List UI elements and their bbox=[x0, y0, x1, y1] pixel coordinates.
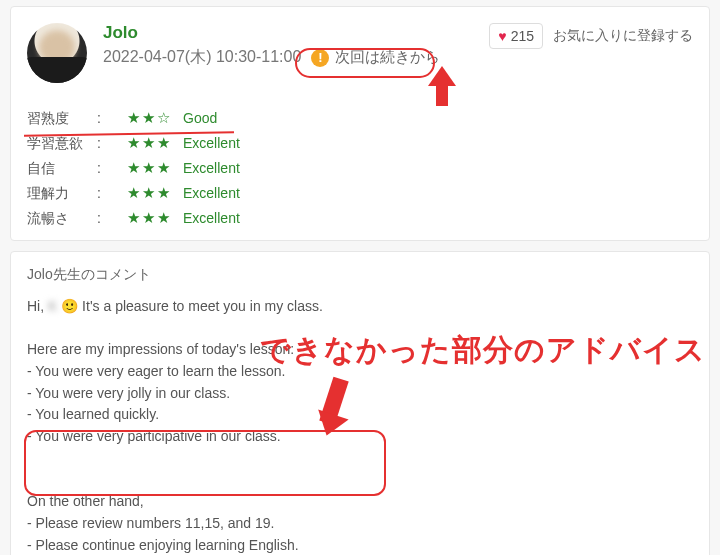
continue-label: 次回は続きから bbox=[335, 48, 440, 67]
exclamation-icon: ! bbox=[311, 49, 329, 67]
rating-row: 習熟度 : ★★☆ Good bbox=[27, 105, 693, 130]
rating-label: 理解力 bbox=[27, 186, 97, 200]
favorite-register-link[interactable]: お気に入りに登録する bbox=[553, 27, 693, 45]
text: Hi, bbox=[27, 298, 48, 314]
rating-colon: : bbox=[97, 111, 127, 125]
impression-line: - You were very participative in our cla… bbox=[27, 426, 693, 448]
star-icon: ★★★ bbox=[127, 185, 183, 200]
rating-text: Excellent bbox=[183, 186, 240, 200]
rating-row: 自信 : ★★★ Excellent bbox=[27, 155, 693, 180]
otherhand-line: - Please continue enjoying learning Engl… bbox=[27, 535, 693, 555]
rating-colon: : bbox=[97, 161, 127, 175]
star-icon: ★★★ bbox=[127, 210, 183, 225]
rating-colon: : bbox=[97, 186, 127, 200]
rating-label: 学習意欲 bbox=[27, 136, 97, 150]
teacher-avatar[interactable] bbox=[27, 23, 87, 83]
comment-greeting: Hi, K 🙂 It's a pleasure to meet you in m… bbox=[27, 296, 693, 318]
header-row: Jolo 2022-04-07(木) 10:30-11:00 ! 次回は続きから… bbox=[27, 23, 693, 83]
favorite-count-button[interactable]: ♥ 215 bbox=[489, 23, 543, 49]
rating-row: 理解力 : ★★★ Excellent bbox=[27, 180, 693, 205]
rating-label: 流暢さ bbox=[27, 211, 97, 225]
teacher-name[interactable]: Jolo bbox=[103, 23, 473, 43]
ratings-table: 習熟度 : ★★☆ Good 学習意欲 : ★★★ Excellent 自信 :… bbox=[27, 105, 693, 230]
favorite-area: ♥ 215 お気に入りに登録する bbox=[489, 23, 693, 49]
rating-text: Excellent bbox=[183, 211, 240, 225]
star-icon: ★★★ bbox=[127, 135, 183, 150]
name-block: Jolo 2022-04-07(木) 10:30-11:00 ! 次回は続きから bbox=[103, 23, 473, 68]
impression-line: - You learned quickly. bbox=[27, 404, 693, 426]
text: 🙂 It's a pleasure to meet you in my clas… bbox=[57, 298, 323, 314]
teacher-comment-card: Jolo先生のコメント Hi, K 🙂 It's a pleasure to m… bbox=[10, 251, 710, 555]
impression-line: - You were very jolly in our class. bbox=[27, 383, 693, 405]
blurred-name: K bbox=[48, 296, 57, 318]
rating-row: 流暢さ : ★★★ Excellent bbox=[27, 205, 693, 230]
star-icon: ★★☆ bbox=[127, 110, 183, 125]
rating-label: 習熟度 bbox=[27, 111, 97, 125]
rating-colon: : bbox=[97, 211, 127, 225]
comment-title: Jolo先生のコメント bbox=[27, 266, 693, 284]
star-icon: ★★★ bbox=[127, 160, 183, 175]
rating-text: Excellent bbox=[183, 161, 240, 175]
rating-row: 学習意欲 : ★★★ Excellent bbox=[27, 130, 693, 155]
rating-text: Good bbox=[183, 111, 217, 125]
otherhand-line: - Please review numbers 11,15, and 19. bbox=[27, 513, 693, 535]
lesson-datetime: 2022-04-07(木) 10:30-11:00 bbox=[103, 47, 301, 68]
heart-icon: ♥ bbox=[498, 28, 506, 44]
lesson-header-card: Jolo 2022-04-07(木) 10:30-11:00 ! 次回は続きから… bbox=[10, 6, 710, 241]
datetime-row: 2022-04-07(木) 10:30-11:00 ! 次回は続きから bbox=[103, 47, 473, 68]
rating-text: Excellent bbox=[183, 136, 240, 150]
rating-label: 自信 bbox=[27, 161, 97, 175]
impressions-heading: Here are my impressions of today's lesso… bbox=[27, 339, 693, 361]
favorite-count: 215 bbox=[511, 28, 534, 44]
comment-body: Hi, K 🙂 It's a pleasure to meet you in m… bbox=[27, 296, 693, 555]
rating-colon: : bbox=[97, 136, 127, 150]
impression-line: - You were very eager to learn the lesso… bbox=[27, 361, 693, 383]
continue-badge: ! 次回は続きから bbox=[311, 48, 440, 67]
otherhand-heading: On the other hand, bbox=[27, 491, 693, 513]
